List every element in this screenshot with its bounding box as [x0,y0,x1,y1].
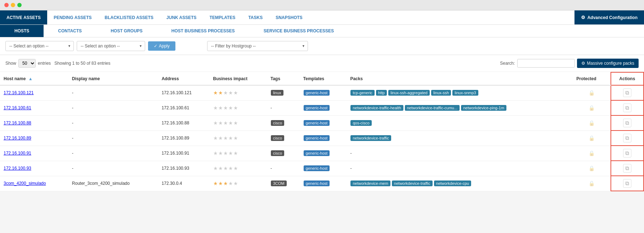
copy-icon[interactable]: ⧉ [623,179,631,188]
hostname-link[interactable]: 172.16.100.93 [4,166,31,171]
star-icon[interactable]: ★ [213,135,218,141]
tab-advanced-configuration[interactable]: ⚙ Advanced Configuration [574,10,644,24]
window-close[interactable] [4,3,9,7]
lock-icon[interactable]: 🔒 [589,165,595,171]
star-icon[interactable]: ★ [213,165,218,171]
option-select[interactable]: -- Select an option -- [77,41,145,51]
star-icon[interactable]: ★ [213,150,218,156]
tab-tasks[interactable]: TASKS [242,10,269,24]
search-input[interactable] [517,59,575,68]
star-icon[interactable]: ★ [228,90,233,96]
business-impact[interactable]: ★★★★★ [210,146,267,161]
entries-select[interactable]: 50 [18,59,36,68]
tab-templates[interactable]: TEMPLATES [203,10,242,24]
hostname-link[interactable]: 3com_4200_simulado [4,181,46,186]
star-icon[interactable]: ★ [213,105,218,111]
star-icon[interactable]: ★ [228,135,233,141]
star-icon[interactable]: ★ [228,105,233,111]
th-templates[interactable]: Templates [300,72,347,85]
protected-cell[interactable]: 🔒 [573,176,611,191]
star-icon[interactable]: ★ [233,135,238,141]
copy-icon[interactable]: ⧉ [623,149,631,157]
star-icon[interactable]: ★ [223,135,228,141]
window-minimize[interactable] [11,3,15,7]
business-impact[interactable]: ★★★★★ [210,115,267,131]
subnav-host-business[interactable]: HOST BUSINESS PROCESSES [157,25,249,37]
tab-active-assets[interactable]: ACTIVE ASSETS [0,10,47,24]
protected-cell[interactable]: 🔒 [573,85,611,100]
star-icon[interactable]: ★ [228,181,233,186]
hostname-link[interactable]: 172.16.100.61 [4,105,31,110]
tab-junk-assets[interactable]: JUNK ASSETS [160,10,203,24]
business-impact[interactable]: ★★★★★ [210,85,267,100]
star-icon[interactable]: ★ [228,165,233,171]
action-select[interactable]: -- Select an option -- [5,41,74,51]
business-impact[interactable]: ★★★★★ [210,131,267,146]
subnav-contacts[interactable]: CONTACTS [44,25,96,37]
th-hostname[interactable]: Host name ▲ [0,72,68,85]
star-icon[interactable]: ★ [223,120,228,126]
copy-icon[interactable]: ⧉ [623,104,631,112]
lock-icon[interactable]: 🔒 [589,181,595,186]
star-icon[interactable]: ★ [213,181,218,186]
star-icon[interactable]: ★ [223,90,228,96]
star-icon[interactable]: ★ [218,135,223,141]
business-impact[interactable]: ★★★★★ [210,161,267,176]
window-maximize[interactable] [17,3,22,7]
apply-button[interactable]: ✓ Apply [148,41,175,51]
copy-icon[interactable]: ⧉ [623,134,631,142]
lock-icon[interactable]: 🔒 [589,135,595,141]
star-icon[interactable]: ★ [223,181,228,186]
business-impact[interactable]: ★★★★★ [210,100,267,115]
hostname-link[interactable]: 172.16.100.91 [4,151,31,156]
star-icon[interactable]: ★ [233,90,238,96]
star-icon[interactable]: ★ [218,165,223,171]
star-icon[interactable]: ★ [218,150,223,156]
protected-cell[interactable]: 🔒 [573,100,611,115]
subnav-host-groups[interactable]: HOST GROUPS [96,25,157,37]
lock-icon[interactable]: 🔒 [589,150,595,156]
star-icon[interactable]: ★ [233,165,238,171]
star-icon[interactable]: ★ [223,165,228,171]
th-packs[interactable]: Packs [346,72,573,85]
star-icon[interactable]: ★ [233,105,238,111]
th-impact[interactable]: Business impact [210,72,267,85]
th-address[interactable]: Address [158,72,210,85]
star-icon[interactable]: ★ [213,120,218,126]
tab-snapshots[interactable]: SNAPSHOTS [269,10,309,24]
protected-cell[interactable]: 🔒 [573,115,611,131]
star-icon[interactable]: ★ [233,150,238,156]
subnav-hosts[interactable]: HOSTS [0,25,44,37]
th-tags[interactable]: Tags [267,72,300,85]
hostgroup-select[interactable]: -- Filter by Hostgroup -- [207,41,308,51]
protected-cell[interactable]: 🔒 [573,161,611,176]
hostname-link[interactable]: 172.16.100.121 [4,90,33,95]
protected-cell[interactable]: 🔒 [573,131,611,146]
star-icon[interactable]: ★ [228,150,233,156]
star-icon[interactable]: ★ [233,120,238,126]
copy-icon[interactable]: ⧉ [623,88,631,97]
lock-icon[interactable]: 🔒 [589,105,595,111]
th-displayname[interactable]: Display name [68,72,158,85]
star-icon[interactable]: ★ [218,105,223,111]
star-icon[interactable]: ★ [223,105,228,111]
star-icon[interactable]: ★ [218,90,223,96]
tab-blacklisted-assets[interactable]: BLACKLISTED ASSETS [98,10,160,24]
copy-icon[interactable]: ⧉ [623,119,631,127]
lock-icon[interactable]: 🔒 [589,90,595,96]
subnav-service-business[interactable]: SERVICE BUSINESS PROCESSES [249,25,348,37]
star-icon[interactable]: ★ [223,150,228,156]
massive-configure-button[interactable]: ⚙ Massive configure packs [577,59,639,68]
hostname-link[interactable]: 172.16.100.88 [4,120,31,125]
star-icon[interactable]: ★ [218,120,223,126]
hostname-link[interactable]: 172.16.100.89 [4,136,31,141]
copy-icon[interactable]: ⧉ [623,164,631,173]
protected-cell[interactable]: 🔒 [573,146,611,161]
business-impact[interactable]: ★★★★★ [210,176,267,191]
th-protected[interactable]: Protected [573,72,611,85]
lock-icon[interactable]: 🔒 [589,120,595,126]
star-icon[interactable]: ★ [228,120,233,126]
star-icon[interactable]: ★ [233,181,238,186]
star-icon[interactable]: ★ [213,90,218,96]
tab-pending-assets[interactable]: PENDING ASSETS [47,10,98,24]
